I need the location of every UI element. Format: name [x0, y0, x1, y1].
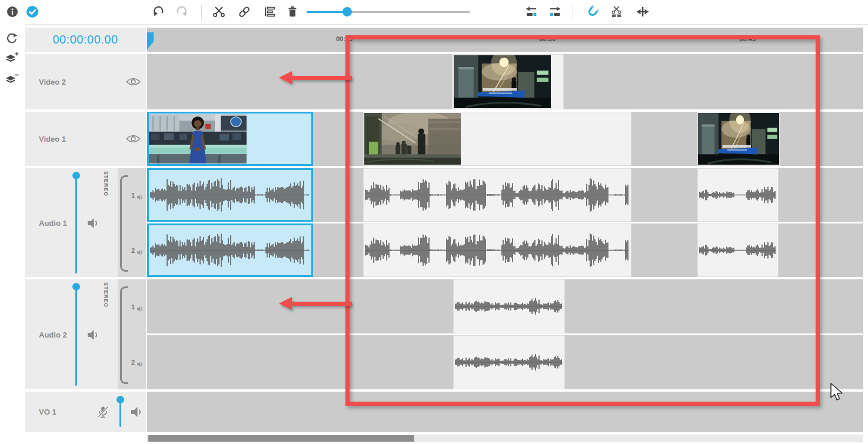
- undo-icon[interactable]: [148, 1, 168, 22]
- horizontal-scrollbar[interactable]: [147, 435, 863, 442]
- track-header-video2: Video 2: [25, 54, 146, 109]
- add-track-icon[interactable]: [3, 50, 21, 68]
- stereo-group-label: STEREO: [103, 282, 109, 308]
- audio2-ch1-label: 1: [131, 303, 135, 311]
- clip-thumbnail-news-anchor: [149, 114, 247, 163]
- track-lane-audio1-ch1[interactable]: [147, 168, 863, 222]
- loop-refresh-icon[interactable]: [3, 30, 21, 48]
- info-icon[interactable]: [2, 1, 22, 22]
- audio1-ch1-clip-selected[interactable]: [147, 168, 313, 222]
- ruler-mark: 00:30: [539, 35, 556, 42]
- waveform: [149, 170, 311, 220]
- track-header-audio1: Audio 1 STEREO 1 2: [25, 168, 146, 277]
- remove-track-icon[interactable]: [3, 71, 21, 89]
- redo-icon[interactable]: [172, 1, 192, 22]
- video2-clip[interactable]: [452, 54, 564, 109]
- toolbar-divider: [201, 5, 202, 19]
- video1-clip-2[interactable]: [363, 112, 631, 166]
- ruler-mark: 00:45: [739, 35, 756, 42]
- audio1-volume-handle[interactable]: [72, 172, 80, 179]
- timecode-value: 00:00:00.00: [52, 33, 118, 46]
- audio1-ch2-clip-selected[interactable]: [147, 223, 313, 277]
- waveform: [698, 224, 778, 276]
- sequence-list-icon[interactable]: [260, 1, 280, 22]
- razor-icon[interactable]: [607, 1, 627, 22]
- track-lane-video2[interactable]: [147, 54, 863, 109]
- zoom-slider-fill: [307, 11, 347, 13]
- stereo-bracket: [120, 286, 128, 384]
- left-rail: [0, 24, 25, 444]
- waveform: [364, 169, 631, 221]
- toolbar-divider: [573, 5, 573, 19]
- channel-speaker-icon[interactable]: [137, 192, 144, 203]
- waveform: [364, 224, 631, 276]
- approve-check-icon[interactable]: [22, 1, 42, 22]
- waveform: [149, 225, 311, 275]
- overwrite-right-icon[interactable]: [545, 1, 565, 22]
- mic-muted-icon[interactable]: [97, 406, 109, 421]
- channel-speaker-icon[interactable]: [137, 359, 144, 370]
- track-lane-audio2-ch1[interactable]: [147, 279, 863, 333]
- track-lane-audio2-ch2[interactable]: [147, 335, 863, 389]
- ruler-mark: 00:15: [336, 35, 352, 42]
- channel-speaker-icon[interactable]: [137, 248, 144, 258]
- top-toolbar: [0, 0, 868, 25]
- clip-thumbnail-fire-night: [454, 55, 551, 108]
- clip-thumbnail-fire-night: [698, 113, 779, 165]
- audio1-ch2-label: 2: [131, 247, 135, 254]
- speaker-icon[interactable]: [131, 406, 144, 420]
- speaker-icon[interactable]: [87, 218, 100, 231]
- audio1-ch2-clip-3[interactable]: [697, 223, 779, 277]
- waveform: [454, 280, 564, 333]
- channel-speaker-icon[interactable]: [137, 304, 144, 315]
- clip-thumbnail-fire-day: [364, 113, 461, 165]
- track-lane-video1[interactable]: [147, 112, 863, 166]
- audio2-ch2-clip[interactable]: [453, 335, 565, 389]
- track-label-vo1: VO 1: [39, 408, 56, 416]
- audio1-volume-slider[interactable]: [75, 175, 77, 273]
- snap-magnet-icon[interactable]: [583, 1, 603, 22]
- trim-icon[interactable]: [633, 1, 653, 22]
- audio1-ch1-clip-3[interactable]: [697, 168, 779, 222]
- link-icon[interactable]: [234, 1, 254, 22]
- zoom-slider-track[interactable]: [347, 11, 470, 13]
- audio2-volume-slider[interactable]: [75, 286, 77, 386]
- trash-icon[interactable]: [282, 1, 302, 22]
- zoom-slider-handle[interactable]: [342, 7, 352, 16]
- track-header-vo1: VO 1: [25, 392, 146, 432]
- playhead-marker[interactable]: [147, 32, 154, 49]
- waveform: [698, 169, 778, 221]
- vo1-volume-handle[interactable]: [117, 396, 124, 403]
- video1-clip-3[interactable]: [697, 112, 780, 166]
- audio2-volume-handle[interactable]: [72, 283, 80, 291]
- audio2-ch1-clip[interactable]: [453, 279, 565, 333]
- stereo-bracket: [120, 175, 128, 272]
- speaker-icon[interactable]: [87, 329, 100, 343]
- track-label-video1: Video 1: [39, 135, 66, 143]
- timeline-ruler[interactable]: 00:15 00:30 00:45: [147, 28, 863, 52]
- audio1-ch1-clip-2[interactable]: [363, 168, 631, 222]
- timecode-display: 00:00:00.00: [25, 28, 146, 52]
- track-label-audio1: Audio 1: [39, 219, 67, 228]
- overwrite-left-icon[interactable]: [521, 1, 541, 22]
- eye-icon[interactable]: [126, 134, 141, 146]
- track-label-audio2: Audio 2: [39, 331, 67, 339]
- waveform: [454, 336, 564, 389]
- track-lane-vo1[interactable]: [147, 392, 863, 432]
- eye-icon[interactable]: [126, 77, 141, 89]
- audio1-ch1-label: 1: [131, 192, 135, 199]
- audio1-ch2-clip-2[interactable]: [363, 223, 631, 277]
- stereo-group-label: STEREO: [103, 171, 109, 196]
- scrollbar-thumb[interactable]: [148, 435, 414, 442]
- track-header-video1: Video 1: [25, 112, 146, 166]
- track-lane-audio1-ch2[interactable]: [147, 223, 863, 277]
- audio2-ch2-label: 2: [131, 359, 135, 366]
- track-header-audio2: Audio 2 STEREO 1 2: [25, 279, 146, 389]
- cut-scissors-icon[interactable]: [209, 1, 229, 22]
- track-label-video2: Video 2: [39, 78, 66, 86]
- video1-clip-selected[interactable]: [147, 112, 313, 166]
